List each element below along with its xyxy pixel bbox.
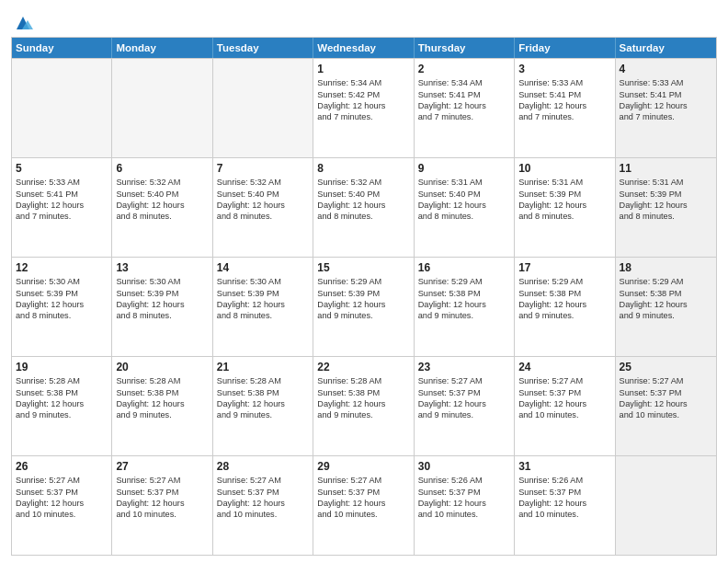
calendar-cell: 31Sunrise: 5:26 AM Sunset: 5:37 PM Dayli…	[515, 456, 615, 555]
day-number: 18	[620, 260, 712, 275]
day-number: 6	[116, 161, 208, 176]
calendar-cell	[12, 59, 112, 157]
calendar-cell: 8Sunrise: 5:32 AM Sunset: 5:40 PM Daylig…	[313, 158, 414, 257]
cell-info: Sunrise: 5:30 AM Sunset: 5:39 PM Dayligh…	[16, 277, 84, 320]
day-number: 15	[317, 260, 409, 275]
cell-info: Sunrise: 5:29 AM Sunset: 5:38 PM Dayligh…	[620, 277, 688, 320]
cell-info: Sunrise: 5:29 AM Sunset: 5:39 PM Dayligh…	[317, 277, 385, 320]
cell-info: Sunrise: 5:31 AM Sunset: 5:39 PM Dayligh…	[518, 178, 586, 221]
calendar-cell	[616, 456, 716, 555]
weekday-header: Friday	[515, 38, 615, 58]
cell-info: Sunrise: 5:30 AM Sunset: 5:39 PM Dayligh…	[217, 277, 285, 320]
day-number: 19	[16, 360, 108, 374]
weekday-header: Thursday	[415, 38, 515, 58]
cell-info: Sunrise: 5:27 AM Sunset: 5:37 PM Dayligh…	[620, 376, 688, 419]
header	[11, 9, 717, 31]
calendar-cell: 28Sunrise: 5:27 AM Sunset: 5:37 PM Dayli…	[213, 456, 313, 555]
cell-info: Sunrise: 5:26 AM Sunset: 5:37 PM Dayligh…	[518, 476, 586, 519]
calendar-row: 1Sunrise: 5:34 AM Sunset: 5:42 PM Daylig…	[12, 58, 716, 157]
cell-info: Sunrise: 5:33 AM Sunset: 5:41 PM Dayligh…	[518, 78, 586, 121]
calendar-cell: 12Sunrise: 5:30 AM Sunset: 5:39 PM Dayli…	[12, 258, 112, 356]
cell-info: Sunrise: 5:27 AM Sunset: 5:37 PM Dayligh…	[116, 476, 184, 519]
cell-info: Sunrise: 5:28 AM Sunset: 5:38 PM Dayligh…	[217, 376, 285, 419]
weekday-header: Saturday	[616, 38, 716, 58]
day-number: 30	[418, 459, 510, 474]
day-number: 7	[217, 161, 309, 176]
day-number: 4	[620, 62, 712, 76]
day-number: 11	[620, 161, 712, 176]
day-number: 21	[217, 360, 309, 374]
cell-info: Sunrise: 5:32 AM Sunset: 5:40 PM Dayligh…	[217, 178, 285, 221]
day-number: 12	[16, 260, 108, 275]
day-number: 5	[16, 161, 108, 176]
weekday-header: Sunday	[12, 38, 112, 58]
weekday-header: Wednesday	[313, 38, 414, 58]
cell-info: Sunrise: 5:27 AM Sunset: 5:37 PM Dayligh…	[217, 476, 285, 519]
calendar-cell: 29Sunrise: 5:27 AM Sunset: 5:37 PM Dayli…	[313, 456, 414, 555]
calendar-cell: 21Sunrise: 5:28 AM Sunset: 5:38 PM Dayli…	[213, 357, 313, 455]
calendar-cell: 5Sunrise: 5:33 AM Sunset: 5:41 PM Daylig…	[12, 158, 112, 257]
calendar-cell: 18Sunrise: 5:29 AM Sunset: 5:38 PM Dayli…	[616, 258, 716, 356]
day-number: 26	[16, 459, 108, 474]
calendar-cell: 22Sunrise: 5:28 AM Sunset: 5:38 PM Dayli…	[313, 357, 414, 455]
cell-info: Sunrise: 5:30 AM Sunset: 5:39 PM Dayligh…	[116, 277, 184, 320]
day-number: 24	[518, 360, 610, 374]
calendar-cell: 20Sunrise: 5:28 AM Sunset: 5:38 PM Dayli…	[112, 357, 212, 455]
calendar-cell: 19Sunrise: 5:28 AM Sunset: 5:38 PM Dayli…	[12, 357, 112, 455]
cell-info: Sunrise: 5:27 AM Sunset: 5:37 PM Dayligh…	[418, 376, 486, 419]
calendar: SundayMondayTuesdayWednesdayThursdayFrid…	[11, 37, 717, 556]
calendar-cell: 25Sunrise: 5:27 AM Sunset: 5:37 PM Dayli…	[616, 357, 716, 455]
calendar-cell: 6Sunrise: 5:32 AM Sunset: 5:40 PM Daylig…	[112, 158, 212, 257]
cell-info: Sunrise: 5:34 AM Sunset: 5:41 PM Dayligh…	[418, 78, 486, 121]
calendar-cell: 7Sunrise: 5:32 AM Sunset: 5:40 PM Daylig…	[213, 158, 313, 257]
calendar-body: 1Sunrise: 5:34 AM Sunset: 5:42 PM Daylig…	[12, 58, 716, 555]
calendar-cell: 3Sunrise: 5:33 AM Sunset: 5:41 PM Daylig…	[515, 59, 615, 157]
calendar-cell: 24Sunrise: 5:27 AM Sunset: 5:37 PM Dayli…	[515, 357, 615, 455]
cell-info: Sunrise: 5:32 AM Sunset: 5:40 PM Dayligh…	[116, 178, 184, 221]
day-number: 10	[518, 161, 610, 176]
calendar-cell: 26Sunrise: 5:27 AM Sunset: 5:37 PM Dayli…	[12, 456, 112, 555]
cell-info: Sunrise: 5:26 AM Sunset: 5:37 PM Dayligh…	[418, 476, 486, 519]
calendar-cell: 9Sunrise: 5:31 AM Sunset: 5:40 PM Daylig…	[415, 158, 515, 257]
page-container: SundayMondayTuesdayWednesdayThursdayFrid…	[0, 0, 728, 563]
cell-info: Sunrise: 5:32 AM Sunset: 5:40 PM Dayligh…	[317, 178, 385, 221]
calendar-row: 12Sunrise: 5:30 AM Sunset: 5:39 PM Dayli…	[12, 257, 716, 356]
day-number: 9	[418, 161, 510, 176]
cell-info: Sunrise: 5:33 AM Sunset: 5:41 PM Dayligh…	[620, 78, 688, 121]
cell-info: Sunrise: 5:27 AM Sunset: 5:37 PM Dayligh…	[518, 376, 586, 419]
calendar-header: SundayMondayTuesdayWednesdayThursdayFrid…	[12, 38, 716, 58]
calendar-cell: 13Sunrise: 5:30 AM Sunset: 5:39 PM Dayli…	[112, 258, 212, 356]
day-number: 23	[418, 360, 510, 374]
cell-info: Sunrise: 5:31 AM Sunset: 5:40 PM Dayligh…	[418, 178, 486, 221]
day-number: 1	[317, 62, 409, 76]
calendar-cell: 15Sunrise: 5:29 AM Sunset: 5:39 PM Dayli…	[313, 258, 414, 356]
day-number: 14	[217, 260, 309, 275]
calendar-cell: 30Sunrise: 5:26 AM Sunset: 5:37 PM Dayli…	[415, 456, 515, 555]
day-number: 3	[518, 62, 610, 76]
cell-info: Sunrise: 5:34 AM Sunset: 5:42 PM Dayligh…	[317, 78, 385, 121]
cell-info: Sunrise: 5:27 AM Sunset: 5:37 PM Dayligh…	[317, 476, 385, 519]
day-number: 22	[317, 360, 409, 374]
day-number: 28	[217, 459, 309, 474]
day-number: 17	[518, 260, 610, 275]
cell-info: Sunrise: 5:29 AM Sunset: 5:38 PM Dayligh…	[518, 277, 586, 320]
logo-icon	[13, 13, 33, 33]
weekday-header: Monday	[112, 38, 212, 58]
weekday-header: Tuesday	[213, 38, 313, 58]
logo	[11, 13, 33, 31]
calendar-cell: 23Sunrise: 5:27 AM Sunset: 5:37 PM Dayli…	[415, 357, 515, 455]
calendar-cell: 11Sunrise: 5:31 AM Sunset: 5:39 PM Dayli…	[616, 158, 716, 257]
calendar-cell: 4Sunrise: 5:33 AM Sunset: 5:41 PM Daylig…	[616, 59, 716, 157]
day-number: 20	[116, 360, 208, 374]
day-number: 16	[418, 260, 510, 275]
calendar-cell: 17Sunrise: 5:29 AM Sunset: 5:38 PM Dayli…	[515, 258, 615, 356]
day-number: 27	[116, 459, 208, 474]
day-number: 31	[518, 459, 610, 474]
cell-info: Sunrise: 5:31 AM Sunset: 5:39 PM Dayligh…	[620, 178, 688, 221]
cell-info: Sunrise: 5:28 AM Sunset: 5:38 PM Dayligh…	[16, 376, 84, 419]
day-number: 2	[418, 62, 510, 76]
day-number: 29	[317, 459, 409, 474]
calendar-cell	[112, 59, 212, 157]
calendar-cell: 16Sunrise: 5:29 AM Sunset: 5:38 PM Dayli…	[415, 258, 515, 356]
cell-info: Sunrise: 5:33 AM Sunset: 5:41 PM Dayligh…	[16, 178, 84, 221]
